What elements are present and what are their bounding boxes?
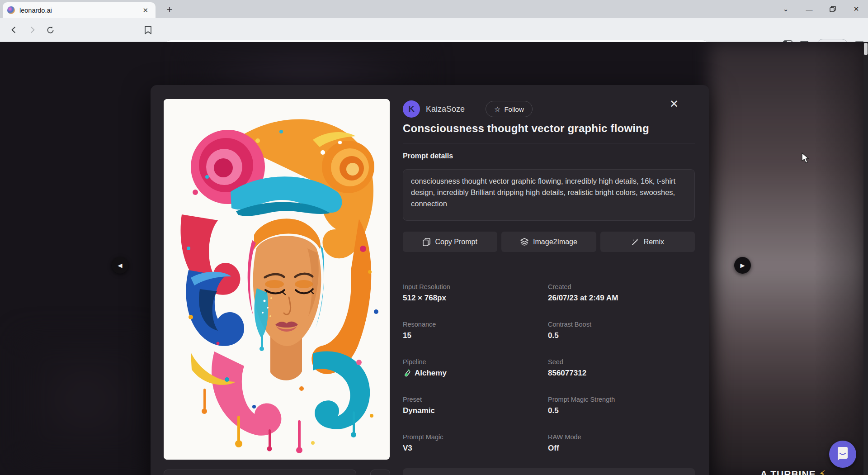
divider (403, 268, 695, 268)
layers-icon (520, 238, 528, 246)
avatar[interactable]: K (403, 100, 420, 118)
browser-tab[interactable]: leonardo.ai ✕ (3, 2, 156, 18)
detail-raw-mode: RAW Mode Off (548, 433, 695, 471)
detail-prompt-magic: Prompt Magic V3 (403, 433, 548, 471)
username[interactable]: KaizaSoze (426, 104, 465, 114)
detail-resonance: Resonance 15 (403, 321, 548, 358)
background-shade (814, 42, 868, 475)
bookmark-icon[interactable] (140, 22, 156, 38)
restore-button[interactable] (821, 0, 844, 18)
image-detail-modal: K KaizaSoze ☆ Follow ✕ Consciousness tho… (151, 85, 709, 475)
chevron-left-icon: ◀ (118, 262, 123, 269)
image2image-button[interactable]: Image2Image (501, 232, 596, 252)
leonardo-favicon (7, 6, 15, 14)
browser-toolbar: app.leonardo.ai VPN (0, 18, 868, 42)
minimize-button[interactable]: — (797, 0, 821, 18)
lightning-icon: ⚡ (819, 469, 826, 475)
page-scrollbar[interactable] (863, 42, 868, 475)
window-controls: ⌄ — ✕ (774, 0, 868, 18)
thumbnail-strip[interactable] (164, 470, 356, 475)
close-window-button[interactable]: ✕ (844, 0, 868, 18)
star-icon: ☆ (494, 105, 500, 114)
forward-button[interactable] (24, 22, 40, 38)
detail-input-resolution: Input Resolution 512 × 768px (403, 283, 548, 321)
thumbnail-more-button[interactable] (370, 470, 390, 475)
next-image-button[interactable]: ▶ (734, 257, 751, 274)
detail-preset: Preset Dynamic (403, 396, 548, 433)
image2image-label: Image2Image (533, 238, 577, 246)
remix-label: Remix (644, 238, 664, 246)
mouse-cursor (801, 152, 811, 166)
generate-with-model-button[interactable]: Generate with this model (403, 468, 695, 475)
support-chat-button[interactable] (829, 441, 856, 468)
detail-pipeline: Pipeline Alchemy (403, 358, 548, 396)
close-icon[interactable]: ✕ (670, 99, 679, 109)
detail-prompt-magic-strength: Prompt Magic Strength 0.5 (548, 396, 695, 433)
follow-button[interactable]: ☆ Follow (486, 101, 533, 117)
copy-icon (423, 238, 430, 246)
tab-title: leonardo.ai (19, 7, 140, 14)
previous-image-button[interactable]: ◀ (112, 257, 128, 274)
back-button[interactable] (6, 22, 22, 38)
prompt-text-box[interactable]: consciousness thought vector graphic flo… (403, 169, 695, 221)
reload-button[interactable] (42, 22, 58, 38)
tab-strip: leonardo.ai ✕ + ⌄ — ✕ (0, 0, 868, 18)
background-blob (18, 336, 154, 463)
chat-icon (836, 447, 849, 461)
generated-artwork-image[interactable] (164, 99, 390, 460)
detail-contrast-boost: Contrast Boost 0.5 (548, 321, 695, 358)
detail-created: Created 26/07/23 at 2:49 AM (548, 283, 695, 321)
video-watermark: A TURBINE ⚡ (760, 469, 826, 475)
scrollbar-thumb[interactable] (864, 43, 868, 55)
wand-icon (631, 238, 639, 246)
test-tube-icon (403, 369, 411, 378)
remix-button[interactable]: Remix (600, 232, 695, 252)
generation-details-grid: Input Resolution 512 × 768px Created 26/… (403, 283, 695, 471)
detail-panel: K KaizaSoze ☆ Follow ✕ Consciousness tho… (403, 85, 695, 475)
new-tab-button[interactable]: + (163, 4, 176, 16)
copy-prompt-label: Copy Prompt (435, 238, 477, 246)
follow-label: Follow (504, 105, 524, 113)
image-title: Consciousness thought vector graphic flo… (403, 122, 649, 135)
chevron-right-icon: ▶ (741, 262, 745, 269)
copy-prompt-button[interactable]: Copy Prompt (403, 232, 497, 252)
tab-search-chevron-icon[interactable]: ⌄ (774, 0, 797, 18)
detail-seed: Seed 856077312 (548, 358, 695, 396)
tab-close-icon[interactable]: ✕ (140, 5, 151, 15)
prompt-details-heading: Prompt details (403, 152, 453, 160)
divider (403, 143, 695, 143)
action-buttons: Copy Prompt Image2Image Remix (403, 232, 695, 252)
